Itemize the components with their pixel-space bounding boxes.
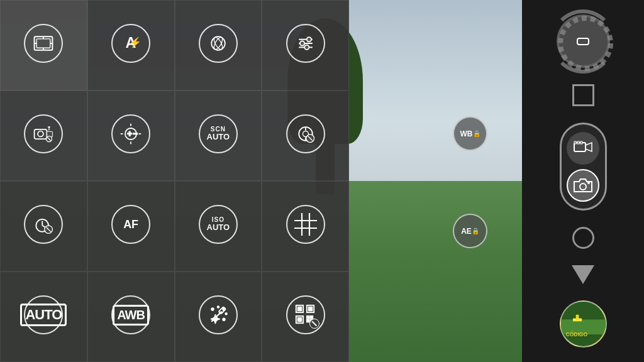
svg-point-48 <box>211 308 214 310</box>
svg-point-51 <box>218 306 219 308</box>
wb-button[interactable]: AWB <box>87 272 175 362</box>
square-button[interactable] <box>572 84 594 106</box>
svg-text:−: − <box>133 129 138 138</box>
svg-point-52 <box>225 313 227 315</box>
svg-rect-68 <box>580 141 582 144</box>
ae-lock-indicator[interactable]: AE🔒 <box>453 214 487 248</box>
svg-point-50 <box>223 308 225 310</box>
settings-gear-button[interactable] <box>557 14 610 68</box>
svg-rect-66 <box>574 141 576 144</box>
iso-button[interactable]: ISO AUTO <box>175 181 262 272</box>
svg-rect-59 <box>297 318 301 322</box>
scene-mode-button[interactable]: SCN AUTO <box>175 90 262 181</box>
resolution-button[interactable] <box>0 0 87 90</box>
wb-lock-indicator[interactable]: WB🔒 <box>453 116 487 151</box>
thumbnail-button[interactable]: CÓDIGO <box>560 300 607 348</box>
barcode-button[interactable] <box>262 272 349 362</box>
svg-text:CÓDIGO: CÓDIGO <box>565 331 587 337</box>
svg-rect-61 <box>310 316 313 319</box>
settings-panel: A ⚡ <box>0 0 349 362</box>
level-button[interactable] <box>262 90 349 181</box>
svg-point-49 <box>223 318 225 321</box>
more-settings-button[interactable] <box>262 0 349 90</box>
camera-switch-button[interactable] <box>0 90 87 181</box>
svg-text:+: + <box>128 129 132 138</box>
svg-rect-55 <box>297 307 301 311</box>
svg-rect-62 <box>306 320 309 322</box>
video-mode-icon[interactable] <box>567 132 599 165</box>
svg-text:✦: ✦ <box>209 312 220 326</box>
settings-s-label <box>577 38 589 45</box>
exposure-button[interactable]: + − <box>87 90 175 181</box>
svg-point-70 <box>587 182 590 184</box>
svg-point-12 <box>306 37 311 41</box>
svg-rect-60 <box>306 316 309 319</box>
svg-point-14 <box>300 41 304 45</box>
svg-rect-67 <box>577 141 579 144</box>
svg-text:⚡: ⚡ <box>129 36 142 49</box>
svg-point-69 <box>580 184 586 190</box>
right-controls: CÓDIGO <box>522 0 644 362</box>
svg-line-39 <box>43 226 46 228</box>
svg-rect-74 <box>575 315 579 320</box>
svg-rect-57 <box>308 307 312 311</box>
metering-button[interactable]: AUTO <box>0 272 87 362</box>
grid-type-button[interactable] <box>262 181 349 272</box>
svg-point-18 <box>38 131 43 137</box>
circle-button[interactable] <box>572 227 594 249</box>
focus-mode-button[interactable]: AF <box>87 181 175 272</box>
color-effect-button[interactable]: ✦ <box>175 272 262 362</box>
svg-rect-1 <box>37 39 51 48</box>
down-triangle-button[interactable] <box>572 265 594 284</box>
flash-button[interactable]: A ⚡ <box>87 0 175 90</box>
photo-mode-icon[interactable] <box>567 169 599 202</box>
timer-button[interactable] <box>0 181 87 272</box>
settings-grid: A ⚡ <box>0 0 349 362</box>
mode-toggle[interactable] <box>560 123 607 211</box>
svg-point-16 <box>304 45 309 50</box>
histogram-button[interactable] <box>175 0 262 90</box>
